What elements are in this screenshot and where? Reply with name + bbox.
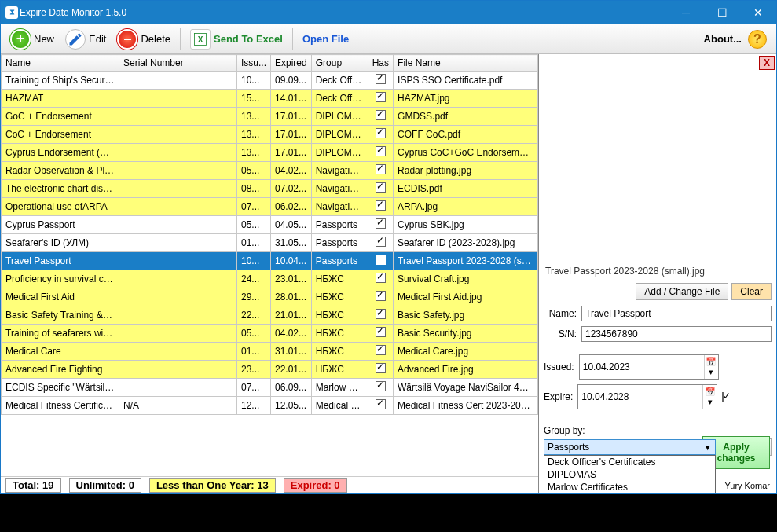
table-row[interactable]: Proficiency in survival craft ...24...23… bbox=[2, 270, 538, 288]
table-row[interactable]: ECDIS Specific "Wärtsilä N...07...06.09.… bbox=[2, 379, 538, 397]
clear-file-button[interactable]: Clear bbox=[731, 283, 772, 300]
about-button[interactable]: About... ? bbox=[699, 28, 772, 50]
table-row[interactable]: Training of seafarers with de...05...04.… bbox=[2, 325, 538, 343]
cell: N/A bbox=[119, 397, 237, 415]
calendar-icon[interactable]: 📅▾ bbox=[704, 355, 718, 379]
issued-date-field[interactable] bbox=[580, 360, 704, 374]
cell bbox=[119, 252, 237, 270]
has-file-checkbox[interactable] bbox=[376, 273, 386, 283]
has-file-checkbox[interactable] bbox=[376, 399, 386, 409]
name-input[interactable] bbox=[581, 306, 772, 321]
has-file-checkbox[interactable] bbox=[376, 218, 386, 229]
sn-label: S/N: bbox=[544, 328, 577, 339]
dropdown-option[interactable]: Marlow Certificates bbox=[544, 481, 715, 493]
maximize-button[interactable]: ☐ bbox=[704, 1, 740, 24]
panel-close-button[interactable]: X bbox=[759, 56, 775, 70]
data-grid[interactable]: Name Serial Number Issu... Expired Group… bbox=[1, 54, 538, 476]
table-row[interactable]: Advanced Fire Fighting23...22.01...НБЖСA… bbox=[2, 361, 538, 379]
has-file-checkbox[interactable] bbox=[376, 200, 386, 211]
close-button[interactable]: ✕ bbox=[740, 1, 776, 24]
cell: Wärtsilä Voyage NaviSailor 4000 by Tr... bbox=[394, 379, 538, 397]
file-name-label: Travel Passport 2023-2028 (small).jpg bbox=[539, 262, 776, 280]
has-file-checkbox[interactable] bbox=[376, 74, 386, 84]
expire-date-input[interactable]: 📅▾ bbox=[577, 384, 717, 409]
minimize-button[interactable]: ─ bbox=[668, 1, 704, 24]
group-by-value: Passports bbox=[548, 442, 589, 453]
col-file[interactable]: File Name bbox=[394, 55, 538, 72]
has-file-checkbox[interactable] bbox=[376, 309, 386, 319]
table-row[interactable]: Travel Passport10...10.04...PassportsTra… bbox=[2, 252, 538, 270]
about-label: About... bbox=[704, 33, 742, 45]
dropdown-option[interactable]: DIPLOMAS bbox=[544, 468, 715, 481]
cell: Passports bbox=[311, 216, 368, 234]
has-file-checkbox[interactable] bbox=[376, 255, 386, 265]
cell: 31.01... bbox=[271, 343, 312, 361]
cell: 13... bbox=[237, 126, 271, 144]
table-panel: Name Serial Number Issu... Expired Group… bbox=[1, 54, 539, 493]
has-file-checkbox[interactable] bbox=[376, 164, 386, 174]
has-file-checkbox[interactable] bbox=[376, 327, 386, 337]
cell: 05... bbox=[237, 162, 271, 180]
table-row[interactable]: Operational use ofARPA07...06.02...Navig… bbox=[2, 198, 538, 216]
open-file-button[interactable]: Open File bbox=[298, 31, 354, 46]
table-row[interactable]: CoC + Endorsement13...17.01...DIPLOMASCO… bbox=[2, 126, 538, 144]
table-row[interactable]: Cyprus Endorsement (CoC +...13...17.01..… bbox=[2, 144, 538, 162]
cell: Advanced Fire Fighting bbox=[2, 361, 119, 379]
dropdown-option[interactable]: Deck Officer's Certificates bbox=[544, 456, 715, 468]
cell: 23.01... bbox=[271, 270, 312, 288]
cell bbox=[119, 108, 237, 126]
expire-date-field[interactable] bbox=[578, 390, 702, 404]
cell: НБЖС bbox=[311, 270, 368, 288]
issued-date-input[interactable]: 📅▾ bbox=[579, 354, 719, 380]
table-row[interactable]: HAZMAT15...14.01...Deck Offic...HAZMAT.j… bbox=[2, 90, 538, 108]
col-name[interactable]: Name bbox=[2, 55, 119, 72]
table-row[interactable]: Seafarer's ID (УЛМ)01...31.05...Passport… bbox=[2, 234, 538, 252]
delete-label: Delete bbox=[141, 33, 170, 45]
send-to-excel-button[interactable]: X Send To Excel bbox=[185, 28, 288, 51]
table-row[interactable]: The electronic chart display ...08...07.… bbox=[2, 180, 538, 198]
new-button[interactable]: + New bbox=[5, 28, 59, 51]
cell: Seafarer's ID (УЛМ) bbox=[2, 234, 119, 252]
col-sn[interactable]: Serial Number bbox=[119, 55, 237, 72]
col-group[interactable]: Group bbox=[311, 55, 368, 72]
cell: 04.02... bbox=[271, 162, 312, 180]
has-file-checkbox[interactable] bbox=[376, 146, 386, 156]
table-row[interactable]: Medical First Aid29...28.01...НБЖСMedica… bbox=[2, 288, 538, 306]
table-row[interactable]: Radar Observation & Plotting05...04.02..… bbox=[2, 162, 538, 180]
cell: Radar plotting.jpg bbox=[394, 162, 538, 180]
group-by-combo[interactable]: Passports ▼ Deck Officer's CertificatesD… bbox=[544, 439, 716, 455]
expire-enabled-checkbox[interactable] bbox=[722, 392, 724, 402]
has-file-checkbox[interactable] bbox=[376, 237, 386, 247]
edit-label: Edit bbox=[89, 33, 106, 45]
col-issued[interactable]: Issu... bbox=[237, 55, 271, 72]
delete-button[interactable]: – Delete bbox=[112, 28, 175, 51]
table-row[interactable]: Cyprus Passport05...04.05...PassportsCyp… bbox=[2, 216, 538, 234]
col-expired[interactable]: Expired bbox=[271, 55, 312, 72]
has-file-checkbox[interactable] bbox=[376, 182, 386, 193]
table-row[interactable]: Medical Care01...31.01...НБЖСMedical Car… bbox=[2, 343, 538, 361]
col-has[interactable]: Has bbox=[368, 55, 393, 72]
has-file-checkbox[interactable] bbox=[376, 128, 386, 138]
add-change-file-button[interactable]: Add / Change File bbox=[636, 283, 728, 300]
calendar-icon[interactable]: 📅▾ bbox=[702, 385, 717, 409]
has-file-checkbox[interactable] bbox=[376, 110, 386, 120]
cell: НБЖС bbox=[311, 306, 368, 325]
table-row[interactable]: Medical Fitness CertificateN/A12...12.05… bbox=[2, 397, 538, 415]
has-file-checkbox[interactable] bbox=[376, 381, 386, 391]
has-file-checkbox[interactable] bbox=[376, 345, 386, 355]
has-file-checkbox[interactable] bbox=[376, 363, 386, 373]
table-row[interactable]: Basic Safety Training & Instr...22...21.… bbox=[2, 306, 538, 325]
has-file-checkbox[interactable] bbox=[376, 92, 386, 102]
cell: DIPLOMAS bbox=[311, 126, 368, 144]
has-file-checkbox[interactable] bbox=[376, 291, 386, 301]
sn-input[interactable] bbox=[581, 326, 772, 342]
table-row[interactable]: GoC + Endorsement13...17.01...DIPLOMASGM… bbox=[2, 108, 538, 126]
table-row[interactable]: Training of Ship's Security O...10...09.… bbox=[2, 72, 538, 90]
separator bbox=[292, 28, 293, 50]
edit-button[interactable]: Edit bbox=[60, 28, 111, 51]
cell bbox=[119, 216, 237, 234]
cell: 14.01... bbox=[271, 90, 312, 108]
cell: HAZMAT bbox=[2, 90, 119, 108]
svg-text:X: X bbox=[198, 35, 203, 44]
group-by-dropdown[interactable]: Deck Officer's CertificatesDIPLOMASMarlo… bbox=[544, 455, 716, 493]
